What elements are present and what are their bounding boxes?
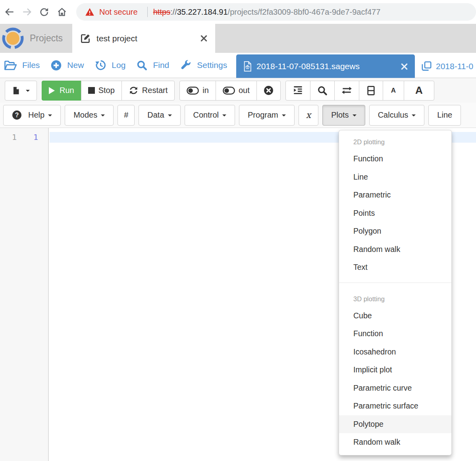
times-circle-icon [264, 85, 274, 95]
menu-control-button[interactable]: Control [185, 105, 235, 126]
plots-menu-item-icosahedron[interactable]: Icosahedron [339, 343, 451, 361]
menu-line-button[interactable]: Line [428, 105, 461, 126]
menu-help-button[interactable]: ?Help [3, 105, 61, 126]
plots-menu-item-polygon[interactable]: Polygon [339, 222, 451, 240]
increase-font-button[interactable]: A [404, 81, 434, 101]
svg-text:?: ? [15, 112, 19, 118]
caret-down-icon [282, 114, 286, 118]
refresh-icon[interactable] [37, 2, 52, 21]
search-icon [137, 60, 150, 71]
plots-menu-item-function[interactable]: Function [339, 325, 451, 343]
forward-icon[interactable] [19, 2, 35, 21]
run-button[interactable]: Run [42, 81, 81, 101]
plus-circle-icon [51, 60, 64, 71]
file-nav-log-button[interactable]: Log [95, 60, 125, 71]
file-tab-2018-11-0[interactable]: 2018-11-0 [415, 54, 476, 78]
menu-label: x [306, 110, 311, 120]
caret-down-icon [412, 114, 416, 118]
restart-button[interactable]: Restart [121, 81, 175, 101]
menu-x-button[interactable]: x [299, 105, 318, 126]
plots-menu-item-random-walk[interactable]: Random walk [339, 240, 451, 259]
stop-button[interactable]: Stop [81, 81, 122, 101]
indent-button[interactable] [285, 81, 310, 101]
clone-icon [421, 61, 432, 72]
plots-menu-item-line[interactable]: Line [339, 168, 451, 186]
projects-label: Projects [30, 33, 63, 44]
replace-button[interactable] [334, 81, 359, 101]
plots-menu-item-polytope[interactable]: Polytope [339, 415, 451, 434]
restart-icon [129, 85, 139, 95]
file-icon [12, 86, 20, 95]
url-path: /projects/f2fa3009-8bf0-467a-9de7-9acf47… [228, 8, 381, 17]
file-nav-files-button[interactable]: Files [4, 60, 40, 71]
increase-font-label: A [415, 84, 423, 97]
file-nav-settings-button[interactable]: Settings [180, 60, 227, 71]
plots-menu-item-random-walk[interactable]: Random walk [339, 433, 451, 451]
cocalc-logo[interactable] [0, 24, 24, 53]
file-nav-find-button[interactable]: Find [137, 60, 169, 71]
plots-menu-item-implicit-plot[interactable]: Implicit plot [339, 361, 451, 379]
menu-label: Calculus [378, 110, 409, 120]
toggle-output-button[interactable]: out [216, 81, 257, 101]
projects-button[interactable]: Projects [24, 24, 72, 53]
decrease-font-button[interactable]: A [383, 81, 404, 101]
indent-icon [293, 85, 303, 96]
delete-output-button[interactable] [256, 81, 281, 101]
file-nav-new-button[interactable]: New [51, 60, 84, 71]
project-tab-title: test project [96, 34, 137, 43]
file-tab-2018-11-07-085131-sagews[interactable]: 2018-11-07-085131.sagews [236, 54, 415, 78]
menu-program-button[interactable]: Program [239, 105, 295, 126]
menu-label: Modes [73, 110, 97, 120]
snippets-menu-bar: ?HelpModes#DataControlProgramxPlotsCalcu… [0, 103, 476, 128]
url-host: 35.227.184.91 [177, 8, 228, 17]
exchange-icon [341, 85, 352, 96]
url-scheme: https [153, 8, 170, 17]
home-icon[interactable] [54, 2, 70, 21]
warning-triangle-icon [85, 7, 94, 17]
close-file-icon[interactable] [395, 62, 409, 71]
menu-label: Plots [331, 110, 349, 120]
url-separator: :// [170, 8, 177, 17]
editor-gutter: 1 1 [0, 128, 49, 461]
split-view-button[interactable] [359, 81, 383, 101]
back-icon[interactable] [2, 2, 17, 21]
plots-menu-item-parametric-surface[interactable]: Parametric surface [339, 397, 451, 415]
find-button[interactable] [310, 81, 335, 101]
browser-toolbar: Not secure https://35.227.184.91/project… [0, 0, 476, 24]
file-nav-label: Log [112, 60, 125, 70]
menu--button[interactable]: # [118, 105, 135, 126]
menu-label: Program [248, 110, 278, 120]
new-cell-button[interactable] [5, 81, 37, 101]
address-bar[interactable]: Not secure https://35.227.184.91/project… [76, 3, 476, 21]
menu-label: # [124, 110, 128, 120]
project-tab-test-project[interactable]: test project [72, 24, 215, 53]
toggle-input-button[interactable]: in [179, 81, 216, 101]
caret-down-icon [168, 114, 172, 118]
file-nav-label: Find [153, 60, 169, 70]
file-nav-bar: FilesNewLogFindSettings 2018-11-07-08513… [0, 53, 476, 78]
caret-down-icon [26, 90, 30, 94]
menu-plots-button[interactable]: Plots [322, 105, 365, 126]
menu-calculus-button[interactable]: Calculus [369, 105, 425, 126]
plots-menu-header-3d-plotting: 3D plotting [339, 291, 451, 307]
plots-menu-item-text[interactable]: Text [339, 258, 451, 277]
plots-menu-item-cube[interactable]: Cube [339, 307, 451, 325]
plots-menu-item-parametric[interactable]: Parametric [339, 186, 451, 204]
worksheet-toolbar: Run Stop Restart in out [0, 78, 476, 103]
url-divider [147, 7, 148, 17]
search-icon [317, 85, 328, 96]
play-icon [49, 87, 55, 94]
menu-data-button[interactable]: Data [139, 105, 180, 126]
plots-menu-item-parametric-curve[interactable]: Parametric curve [339, 379, 451, 397]
menu-label: Help [28, 110, 44, 120]
restart-label: Restart [142, 86, 168, 95]
plots-menu-item-points[interactable]: Points [339, 204, 451, 223]
stop-icon [88, 87, 95, 94]
caret-down-icon [222, 114, 226, 118]
plots-menu-item-function[interactable]: Function [339, 150, 451, 168]
close-project-icon[interactable] [200, 34, 208, 43]
menu-modes-button[interactable]: Modes [65, 105, 114, 126]
folder-open-icon [4, 60, 19, 71]
toggle-icon [223, 86, 235, 95]
out-label: out [239, 86, 250, 95]
